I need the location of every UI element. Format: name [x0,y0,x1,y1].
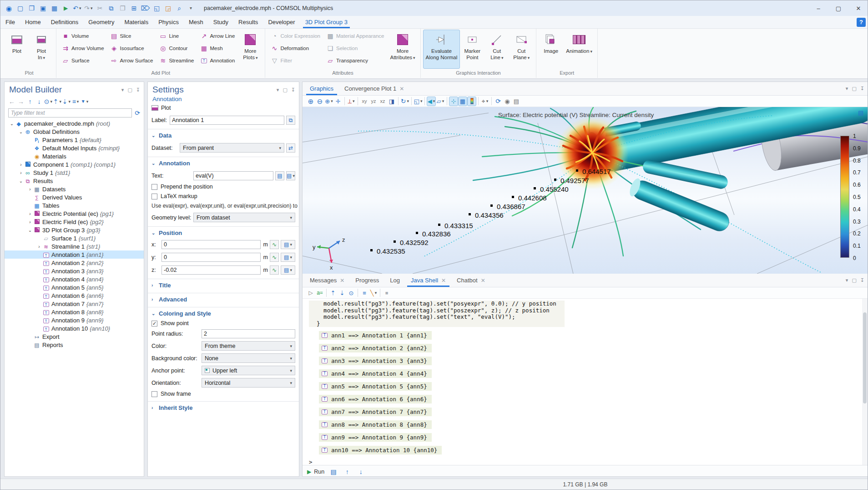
ribbon-arrow-line-button[interactable]: ↗Arrow Line [198,30,237,42]
more-plots-button[interactable]: MorePlots▾ [238,30,262,69]
move-up-icon[interactable]: ↑ [25,97,35,106]
panel-menu-icon[interactable]: ▾ [846,277,848,283]
position-section-header[interactable]: ⌄Position [148,230,299,236]
anchor-point-select[interactable]: Upper left▾ [202,366,295,375]
inherit-style-section-header[interactable]: ›Inherit Style [148,404,299,411]
select-icon[interactable]: ⌖▾ [480,97,490,106]
tree-node-derived-values[interactable]: ∑Derived Values [5,193,144,201]
ribbon-tab-materials[interactable]: Materials [119,16,153,28]
tree-node-materials[interactable]: ◉Materials [5,152,144,160]
color-select[interactable]: From theme▾ [202,341,295,351]
expression-menu-icon[interactable]: ▤▾ [281,265,295,275]
tree-expander-icon[interactable]: › [36,244,42,249]
show-output-icon[interactable]: ⊙ [347,288,356,298]
panel-pin-icon[interactable]: ↧ [860,86,864,92]
bottom-tab-messages[interactable]: Messages✕ [304,274,350,287]
panel-pin-icon[interactable]: ↧ [136,87,140,93]
show-icon[interactable]: ⊙▾ [44,97,53,106]
tree-node-pacemaker_electrode-mph[interactable]: ⌄◆pacemaker_electrode.mph(root) [5,119,144,128]
stop-icon[interactable]: ■ [382,288,391,298]
close-button[interactable]: ✕ [848,0,868,16]
assign-icon[interactable]: a= [315,288,324,298]
show-grid-icon[interactable]: ▦ [458,97,467,106]
tree-node-streamline-1[interactable]: ›≋Streamline 1{str1} [5,242,144,250]
close-tab-icon[interactable]: ✕ [340,277,344,284]
run-icon[interactable]: ▶ [61,3,71,13]
bottom-tab-java-shell[interactable]: Java Shell✕ [405,274,451,287]
tree-node-3d-plot-group-3[interactable]: ⌄3D Plot Group 3{pg3} [5,226,144,234]
latex-markup-checkbox[interactable] [151,194,157,199]
move-down-icon[interactable]: ↓ [35,97,44,106]
ribbon-arrow-volume-button[interactable]: ⇉Arrow Volume [60,42,106,54]
animation-button[interactable]: Animation▾ [563,30,595,69]
panel-menu-icon[interactable]: ▾ [277,87,279,93]
tree-node-annotation-5[interactable]: TAnnotation 5{ann5} [5,283,144,291]
rename-icon[interactable]: ⧉ [286,116,295,125]
cut-icon[interactable]: ✂ [95,3,105,13]
tree-expander-icon[interactable]: › [27,219,33,225]
projection-icon[interactable]: ◨ [387,97,396,106]
expression-menu-icon[interactable]: ▤▾ [286,171,295,180]
tree-expander-icon[interactable]: ⌄ [9,121,15,126]
tree-expander-icon[interactable]: › [18,162,24,167]
ribbon-tab-3d-plot-group-3[interactable]: 3D Plot Group 3 [300,16,353,28]
panel-menu-icon[interactable]: ▾ [121,87,124,93]
tree-expander-icon[interactable]: ⌄ [18,179,24,184]
ribbon-volume-button[interactable]: ■Volume [60,30,106,42]
tree-node-global-definitions[interactable]: ⌄⊕Global Definitions [5,128,144,136]
ribbon-transparency-button[interactable]: ▱Transparency [324,54,386,66]
tree-node-annotation-3[interactable]: TAnnotation 3{ann3} [5,267,144,275]
panel-pin-icon[interactable]: ↧ [291,87,295,93]
filter-funnel-icon[interactable]: ▼▾ [80,97,89,106]
snapshot-icon[interactable]: ◉ [503,97,512,106]
cut-line-button[interactable]: CutLine▾ [484,30,509,69]
tree-node-annotation-2[interactable]: TAnnotation 2{ann2} [5,259,144,267]
tree-expander-icon[interactable]: ⌄ [27,228,33,233]
tree-node-default-model-inputs[interactable]: ❖Default Model Inputs{cminpt} [5,144,144,152]
ribbon-surface-button[interactable]: ▱Surface [60,54,106,66]
ribbon-tab-study[interactable]: Study [208,16,233,28]
ribbon-slice-button[interactable]: ▤Slice [108,30,156,42]
tree-node-surface-1[interactable]: ▱Surface 1{surf1} [5,234,144,242]
tree-node-annotation-8[interactable]: TAnnotation 8{ann8} [5,308,144,316]
annotation-label-field[interactable] [170,116,284,125]
cut-plane-button[interactable]: CutPlane▾ [509,30,534,69]
snippet-icon[interactable]: ▤ [329,467,338,476]
save-as-icon[interactable]: ▦ [50,3,59,13]
orientation-select[interactable]: Horizontal▾ [202,378,295,388]
tree-expander-icon[interactable]: ⌄ [18,129,24,134]
ribbon-tab-physics[interactable]: Physics [153,16,184,28]
duplicate-icon[interactable]: ⊞ [129,3,139,13]
history-up-icon[interactable]: ↑ [343,467,352,476]
ribbon-tab-file[interactable]: File [0,16,20,28]
zoom-box-icon[interactable]: ⊕▾ [324,97,333,106]
panel-menu-icon[interactable]: ▾ [846,86,848,92]
ribbon-arrow-surface-button[interactable]: ⇨Arrow Surface [108,54,156,66]
select-box-icon[interactable]: ◱ [152,3,161,13]
history-down-icon[interactable]: ↓ [356,467,365,476]
tree-node-annotation-9[interactable]: TAnnotation 9{ann9} [5,316,144,324]
open-icon[interactable]: ❒ [27,3,36,13]
tree-node-export[interactable]: ↦Export [5,332,144,341]
tree-expander-icon[interactable]: › [27,211,33,216]
tree-node-reports[interactable]: ▤Reports [5,341,144,349]
clear-shell-icon[interactable]: ╲▾ [369,288,378,298]
close-tab-icon[interactable]: ✕ [481,277,485,284]
tree-node-electric-field--ec-[interactable]: ›Electric Field (ec){pg2} [5,218,144,226]
close-tab-icon[interactable]: ✕ [399,86,404,92]
show-point-checkbox[interactable]: ✓ [151,321,157,327]
print-icon[interactable]: ▤ [512,97,521,106]
ribbon-tab-developer[interactable]: Developer [263,16,300,28]
view-xz-icon[interactable]: xz [378,97,387,106]
tree-node-parameters-1[interactable]: PiParameters 1{default} [5,136,144,144]
collapse-all-icon[interactable]: ⇣ [338,288,347,298]
help-button[interactable]: ? [857,18,866,27]
run-button[interactable]: ▶ Run [307,469,324,475]
scene-icon[interactable]: ◱▾ [414,97,423,106]
prepend-position-checkbox[interactable] [151,184,157,190]
copy-icon[interactable]: ⧉ [106,3,116,13]
plot-settings-icon[interactable]: ▤ [858,109,863,116]
zoom-out-icon[interactable]: ⊖ [315,97,324,106]
tree-node-annotation-6[interactable]: TAnnotation 6{ann6} [5,291,144,300]
annotation-section-header[interactable]: ⌄Annotation [148,160,299,167]
